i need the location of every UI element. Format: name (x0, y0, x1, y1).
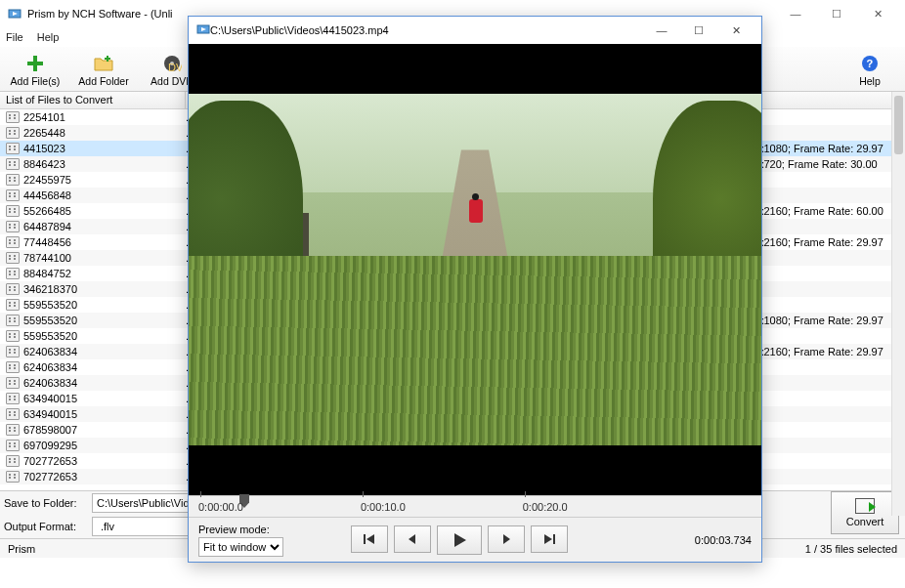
file-name: 634940015 (23, 393, 186, 404)
svg-marker-17 (503, 534, 510, 544)
file-icon (6, 424, 20, 436)
file-icon (6, 283, 20, 295)
file-info: x2160; Frame Rate: 60.00 (758, 205, 905, 217)
scrollbar-thumb[interactable] (894, 96, 903, 154)
svg-rect-3 (27, 62, 43, 65)
file-icon (6, 455, 20, 467)
file-icon (6, 299, 20, 311)
file-icon (6, 174, 20, 186)
svg-text:DVD: DVD (168, 62, 182, 73)
file-icon (6, 408, 20, 420)
file-name: 77448456 (23, 236, 186, 248)
file-icon (6, 330, 20, 342)
main-close-button[interactable]: ✕ (858, 2, 897, 25)
file-icon (6, 236, 20, 248)
file-icon (6, 127, 20, 139)
main-title: Prism by NCH Software - (Unli (27, 8, 173, 20)
file-icon (6, 143, 20, 154)
file-name: 4415023 (23, 143, 186, 154)
add-files-button[interactable]: Add File(s) (6, 50, 65, 91)
file-name: 702772653 (23, 471, 186, 483)
file-icon (6, 205, 20, 217)
file-icon (6, 111, 20, 123)
file-name: 44456848 (23, 189, 186, 201)
svg-rect-13 (364, 534, 366, 544)
folder-plus-icon (94, 54, 113, 73)
preview-title: C:\Users\Public\Videos\4415023.mp4 (210, 24, 389, 36)
file-name: 22455975 (23, 174, 186, 186)
preview-time: 0:00:03.734 (695, 534, 752, 546)
add-folder-button[interactable]: Add Folder (74, 50, 133, 91)
video-frame (189, 94, 761, 445)
file-name: 702772653 (23, 455, 186, 467)
file-name: 55266485 (23, 205, 186, 217)
main-maximize-button[interactable]: ☐ (817, 2, 856, 25)
skip-end-button[interactable] (531, 525, 568, 553)
svg-rect-19 (553, 534, 555, 544)
file-name: 697099295 (23, 440, 186, 451)
file-name: 346218370 (23, 283, 186, 295)
help-label: Help (859, 75, 881, 87)
file-name: 624063834 (23, 361, 186, 373)
dvd-icon: DVD (162, 54, 182, 73)
file-info: x1080; Frame Rate: 29.97 (758, 143, 905, 154)
preview-mode-label: Preview mode: (198, 524, 283, 535)
menu-file[interactable]: File (6, 31, 23, 43)
file-icon (6, 221, 20, 232)
help-icon: ? (860, 54, 880, 73)
vertical-scrollbar[interactable] (891, 92, 905, 516)
output-format-label: Output Format: (4, 521, 86, 532)
file-name: 78744100 (23, 252, 186, 264)
preview-maximize-button[interactable]: ☐ (681, 20, 716, 41)
step-back-button[interactable] (394, 525, 431, 553)
status-left: Prism (8, 543, 35, 555)
file-name: 64487894 (23, 221, 186, 232)
skip-start-button[interactable] (351, 525, 388, 553)
main-minimize-button[interactable]: — (776, 2, 815, 25)
file-name: 634940015 (23, 408, 186, 420)
file-name: 624063834 (23, 346, 186, 357)
file-info: x2160; Frame Rate: 29.97 (758, 236, 905, 248)
menu-help[interactable]: Help (37, 31, 60, 43)
file-name: 678598007 (23, 424, 186, 436)
file-info: x2160; Frame Rate: 29.97 (758, 346, 905, 357)
preview-controls: Preview mode: Fit to window 0:00:03.734 (189, 517, 761, 562)
file-name: 8846423 (23, 158, 186, 170)
file-name: 559553520 (23, 315, 186, 326)
preview-minimize-button[interactable]: — (644, 20, 679, 41)
file-icon (6, 158, 20, 170)
file-name: 2254101 (23, 111, 186, 123)
file-icon (6, 440, 20, 451)
file-icon (6, 377, 20, 389)
file-icon (6, 189, 20, 201)
preview-titlebar[interactable]: C:\Users\Public\Videos\4415023.mp4 — ☐ ✕ (189, 17, 761, 44)
convert-button[interactable]: Convert (831, 491, 899, 534)
help-button[interactable]: ? Help (840, 50, 899, 91)
video-area[interactable] (189, 44, 761, 495)
convert-label: Convert (846, 516, 884, 527)
file-name: 88484752 (23, 268, 186, 279)
svg-marker-18 (544, 534, 552, 544)
col-files[interactable]: List of Files to Convert (0, 92, 186, 108)
plus-icon (25, 54, 45, 73)
file-name: 559553520 (23, 330, 186, 342)
svg-rect-5 (105, 58, 110, 60)
preview-close-button[interactable]: ✕ (718, 20, 754, 41)
svg-marker-14 (366, 534, 374, 544)
save-to-label: Save to Folder: (4, 497, 86, 509)
file-name: 559553520 (23, 299, 186, 311)
convert-icon (855, 498, 875, 514)
step-forward-button[interactable] (488, 525, 525, 553)
file-name: 2265448 (23, 127, 186, 139)
svg-marker-16 (454, 533, 466, 547)
file-icon (6, 471, 20, 483)
file-icon (6, 268, 20, 279)
play-button[interactable] (437, 525, 482, 555)
timeline[interactable]: 0:00:00.0 0:00:10.0 0:00:20.0 (189, 495, 761, 517)
preview-mode-select[interactable]: Fit to window (198, 537, 283, 557)
file-info: x1080; Frame Rate: 29.97 (758, 315, 905, 326)
status-right: 1 / 35 files selected (805, 543, 897, 555)
add-files-label: Add File(s) (11, 75, 61, 87)
file-icon (6, 346, 20, 357)
add-folder-label: Add Folder (78, 75, 128, 87)
